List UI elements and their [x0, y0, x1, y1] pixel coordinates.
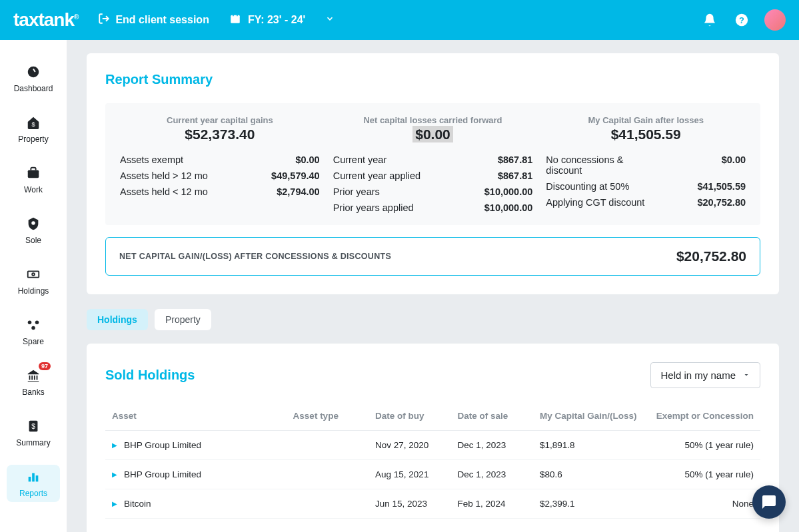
summary-row-value: $49,579.40: [271, 170, 320, 181]
expand-icon[interactable]: ▶: [112, 500, 117, 507]
sidebar-item-label: Holdings: [18, 286, 49, 296]
svg-point-12: [35, 321, 39, 325]
net-label: NET CAPITAL GAIN/(LOSS) AFTER CONCESSION…: [119, 252, 391, 261]
sidebar-item-spare[interactable]: Spare: [7, 313, 60, 350]
summary-head-value: $52,373.40: [120, 127, 320, 142]
cell-gain: $2,399.1: [540, 499, 647, 509]
help-button[interactable]: ?: [732, 11, 751, 29]
sidebar-item-summary[interactable]: $ Summary: [7, 414, 60, 451]
svg-rect-7: [28, 170, 39, 178]
nodes-icon: [25, 317, 41, 333]
summary-row-value: $867.81: [498, 154, 532, 165]
sidebar-item-reports[interactable]: Reports: [7, 465, 60, 502]
summary-row-value: $10,000.00: [484, 186, 533, 197]
th-gain: My Capital Gain/(Loss): [540, 411, 647, 421]
tab-holdings[interactable]: Holdings: [87, 309, 148, 330]
summary-head-label: Current year capital gains: [120, 115, 320, 125]
cell-buy: Aug 15, 2021: [375, 469, 457, 479]
summary-head-value: $41,505.59: [546, 127, 746, 142]
sidebar-item-dashboard[interactable]: Dashboard: [7, 60, 60, 97]
th-asset: Asset: [112, 411, 293, 421]
sidebar-item-label: Sole: [25, 236, 41, 245]
table-row[interactable]: ▶BHP Group Limited Nov 27, 2020 Dec 1, 2…: [105, 431, 760, 460]
sidebar-item-sole[interactable]: Sole: [7, 212, 60, 249]
table-row[interactable]: ▶Bitcoin Jun 15, 2023 Feb 1, 2024 $2,399…: [105, 489, 760, 519]
svg-text:?: ?: [739, 15, 744, 25]
sidebar-item-property[interactable]: $ Property: [7, 111, 60, 148]
table-row[interactable]: ▶BHP Group Limited Aug 15, 2021 Dec 1, 2…: [105, 460, 760, 489]
content-area: Report Summary Current year capital gain…: [67, 40, 799, 532]
svg-rect-9: [28, 271, 39, 277]
summary-col-losses: Net capital losses carried forward $0.00…: [327, 115, 540, 216]
sidebar-item-work[interactable]: Work: [7, 161, 60, 198]
cell-sale: Feb 1, 2024: [458, 499, 540, 509]
summary-row-value: $20,752.80: [697, 197, 746, 208]
cell-exempt: 50% (1 year rule): [646, 469, 754, 479]
svg-point-10: [32, 273, 35, 276]
th-type: Asset type: [293, 411, 375, 421]
cell-sale: Dec 1, 2023: [458, 469, 540, 479]
expand-icon[interactable]: ▶: [112, 441, 117, 449]
svg-text:$: $: [31, 423, 35, 430]
summary-row-value: $41,505.59: [697, 181, 746, 192]
cash-icon: [25, 266, 41, 282]
sidebar-item-holdings[interactable]: Holdings: [7, 262, 60, 300]
asset-cell: ▶BHP Group Limited: [112, 469, 293, 479]
svg-rect-16: [29, 477, 31, 481]
end-session-label: End client session: [115, 14, 209, 26]
summary-row-label: Assets held < 12 mo: [120, 186, 208, 197]
svg-point-13: [31, 326, 35, 330]
user-avatar[interactable]: [764, 9, 786, 31]
bank-icon: [25, 368, 41, 384]
chart-icon: [25, 469, 41, 485]
summary-col-after-losses: My Capital Gain after losses $41,505.59 …: [539, 115, 752, 216]
sidebar-item-banks[interactable]: 97 Banks: [7, 364, 60, 401]
svg-rect-2: [237, 14, 238, 17]
summary-row-label: Current year applied: [333, 170, 420, 181]
tabs: Holdings Property: [87, 309, 779, 330]
cell-buy: Nov 27, 2020: [375, 440, 457, 450]
summary-row-value: $867.81: [498, 170, 532, 181]
summary-grid: Current year capital gains $52,373.40 As…: [105, 103, 760, 225]
summary-row-label: Current year: [333, 154, 387, 165]
summary-row-value: $0.00: [295, 154, 319, 165]
held-filter-dropdown[interactable]: Held in my name: [650, 362, 760, 388]
chat-widget-button[interactable]: [752, 485, 786, 519]
report-summary-title: Report Summary: [105, 72, 760, 87]
fy-label: FY: 23' - 24': [248, 14, 305, 26]
summary-row-label: Prior years: [333, 186, 380, 197]
summary-row-value: $10,000.00: [484, 202, 533, 213]
expand-icon[interactable]: ▶: [112, 471, 117, 478]
cell-gain: $1,891.8: [540, 440, 647, 450]
sidebar: Dashboard $ Property Work Sole Holdings …: [0, 40, 67, 532]
fiscal-year-selector[interactable]: FY: 23' - 24': [229, 13, 335, 27]
summary-row-label: No concessions & discount: [546, 154, 659, 176]
summary-head-value: $0.00: [333, 127, 533, 142]
notifications-button[interactable]: [700, 11, 719, 29]
th-buy: Date of buy: [375, 411, 457, 421]
svg-point-8: [31, 221, 35, 225]
net-capital-gain-bar: NET CAPITAL GAIN/(LOSS) AFTER CONCESSION…: [105, 237, 760, 276]
tab-property[interactable]: Property: [155, 309, 211, 330]
sidebar-item-label: Property: [18, 134, 48, 144]
cell-exempt: 50% (1 year rule): [646, 440, 754, 450]
asset-cell: ▶BHP Group Limited: [112, 440, 293, 450]
summary-head-label: Net capital losses carried forward: [333, 115, 533, 125]
summary-row-label: Prior years applied: [333, 202, 414, 213]
briefcase-icon: [25, 165, 41, 181]
svg-rect-17: [32, 473, 35, 482]
end-client-session-button[interactable]: End client session: [98, 13, 209, 27]
sold-holdings-card: Sold Holdings Held in my name Asset Asse…: [87, 344, 779, 532]
summary-row-label: Assets exempt: [120, 154, 183, 165]
banks-badge: 97: [39, 362, 51, 370]
chevron-down-icon: [325, 14, 335, 26]
asset-cell: ▶Bitcoin: [112, 499, 293, 509]
sidebar-item-label: Dashboard: [14, 84, 53, 93]
th-sale: Date of sale: [458, 411, 540, 421]
svg-rect-18: [36, 475, 39, 481]
dashboard-icon: [25, 64, 41, 80]
svg-point-11: [28, 321, 32, 325]
exit-icon: [98, 13, 110, 27]
chat-icon: [761, 494, 777, 510]
cell-sale: Dec 1, 2023: [458, 440, 540, 450]
